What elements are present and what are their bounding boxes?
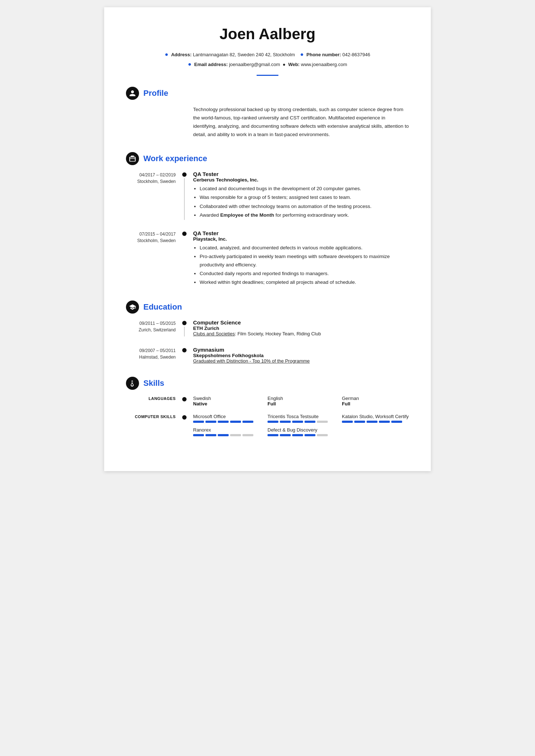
table-row: 04/2017 – 02/2019 Stockholm, Sweden QA T… [126, 171, 409, 220]
timeline-dot-col-edu2 [182, 347, 187, 364]
table-row: 09/2011 – 05/2015 Zurich, Switzerland Co… [126, 319, 409, 336]
list-item: Conducted daily reports and reported fin… [200, 270, 409, 278]
job2-location: Stockholm, Sweden [126, 237, 176, 244]
job2-content: QA Tester Playstack, Inc. Located, analy… [193, 230, 409, 287]
list-item: English Full [268, 396, 335, 406]
skill-bar [230, 421, 241, 423]
lang1-name: Swedish [193, 396, 260, 401]
skill-bar [193, 421, 204, 423]
job2-dates-location: 07/2015 – 04/2017 Stockholm, Sweden [126, 230, 182, 287]
list-item: Defect & Bug Discovery [268, 427, 335, 436]
profile-header: Profile [126, 87, 409, 100]
work-icon [126, 152, 139, 165]
education-timeline: 09/2011 – 05/2015 Zurich, Switzerland Co… [126, 319, 409, 364]
skill3-name: Katalon Studio, Worksoft Certify [342, 414, 409, 419]
person-icon [129, 90, 136, 97]
computer-skills-category: COMPUTER SKILLS [126, 414, 182, 419]
list-item: Was responsible for a group of 5 testers… [200, 193, 409, 201]
education-section: Education 09/2011 – 05/2015 Zurich, Swit… [126, 301, 409, 364]
list-item: Tricentis Tosca Testsuite [268, 414, 335, 423]
skill-bar [205, 421, 216, 423]
lang3-name: German [342, 396, 409, 401]
email-label: Email address: [194, 62, 228, 67]
job1-title: QA Tester [193, 171, 409, 177]
job2-title: QA Tester [193, 230, 409, 236]
job1-company: Cerberus Technologies, Inc. [193, 177, 409, 183]
edu1-location: Zurich, Switzerland [126, 327, 176, 333]
skill1-bars [193, 421, 260, 423]
skill-bar [379, 421, 390, 423]
skills-title: Skills [143, 379, 164, 388]
skill-bar [205, 434, 216, 436]
dot-phone: ● [300, 51, 304, 57]
edu2-dates-location: 09/2007 – 05/2011 Halmstad, Sweden [126, 347, 182, 364]
skill3-bars [342, 421, 409, 423]
lang2-level: Full [268, 401, 335, 406]
list-item: Collaborated with other technology teams… [200, 203, 409, 211]
web-label: Web: [288, 62, 300, 67]
timeline-dot-1 [182, 172, 187, 177]
skills-icon [126, 377, 139, 390]
job1-content: QA Tester Cerberus Technologies, Inc. Lo… [193, 171, 409, 220]
list-item: Katalon Studio, Worksoft Certify [342, 414, 409, 423]
work-section: Work experience 04/2017 – 02/2019 Stockh… [126, 152, 409, 287]
edu1-degree: Computer Science [193, 319, 409, 326]
job1-location: Stockholm, Sweden [126, 178, 176, 185]
skill-bar [268, 434, 278, 436]
timeline-dot-col-1 [182, 171, 187, 220]
lang1-level: Native [193, 401, 260, 406]
skill-bar [305, 421, 315, 423]
skill-bar [218, 434, 229, 436]
address-value: Lantmannagatan 82, Sweden 240 42, Stockh… [193, 52, 295, 57]
briefcase-icon [129, 155, 136, 162]
list-item: Ranorex [193, 427, 260, 436]
skill2-bars [268, 421, 335, 423]
languages-category: LANGUAGES [126, 396, 182, 401]
resume-container: Joen Aalberg ● Address: Lantmannagatan 8… [104, 7, 431, 471]
table-row: 07/2015 – 04/2017 Stockholm, Sweden QA T… [126, 230, 409, 287]
table-row: 09/2007 – 05/2011 Halmstad, Sweden Gymna… [126, 347, 409, 364]
timeline-dot-2 [182, 232, 187, 236]
computer-skills-items: Microsoft Office Tricentis Tosca Testsui… [193, 414, 409, 436]
list-item: Located and documented bugs in the devel… [200, 185, 409, 193]
edu1-note-suffix: : Film Society, Hockey Team, Riding Club [235, 331, 321, 336]
skill4-name: Ranorex [193, 427, 260, 433]
computer-skills-grid: Microsoft Office Tricentis Tosca Testsui… [193, 414, 409, 436]
web-value: www.joenaalberg.com [301, 62, 347, 67]
work-header: Work experience [126, 152, 409, 165]
timeline-dot-col-edu1 [182, 319, 187, 336]
edu1-content: Computer Science ETH Zurich Clubs and So… [193, 319, 409, 336]
profile-text: Technology professional backed up by str… [193, 106, 409, 139]
skills-section: Skills LANGUAGES Swedish Native English … [126, 377, 409, 436]
dot-email: ● [188, 61, 192, 67]
timeline-dot-edu2 [182, 348, 187, 352]
lang3-level: Full [342, 401, 409, 406]
timeline-dot-col-2 [182, 230, 187, 287]
lang2-name: English [268, 396, 335, 401]
profile-section: Profile Technology professional backed u… [126, 87, 409, 139]
flask-icon [129, 380, 136, 387]
education-title: Education [143, 302, 182, 312]
edu2-note: Graduated with Distinction - Top 10% of … [193, 358, 409, 364]
header-divider [257, 75, 278, 76]
timeline-line-edu1 [184, 327, 185, 336]
skill-bar [242, 421, 253, 423]
skill-bar [218, 421, 229, 423]
skill4-bars [193, 434, 260, 436]
edu1-institution: ETH Zurich [193, 326, 409, 331]
timeline-dot-edu1 [182, 321, 187, 325]
skills-dot-comp [182, 415, 187, 420]
list-item: Awarded Employee of the Month for perfor… [200, 211, 409, 219]
job2-bullets: Located, analyzed, and documented defect… [193, 244, 409, 286]
job1-dates-location: 04/2017 – 02/2019 Stockholm, Sweden [126, 171, 182, 220]
graduation-icon [129, 303, 136, 311]
skill-bar [230, 434, 241, 436]
skill5-bars [268, 434, 335, 436]
skill-bar [305, 434, 315, 436]
skill-bar [280, 421, 291, 423]
edu2-dates: 09/2007 – 05/2011 [126, 347, 176, 354]
skill-bar [342, 421, 353, 423]
skill2-name: Tricentis Tosca Testsuite [268, 414, 335, 419]
education-header: Education [126, 301, 409, 314]
edu2-institution: Skeppsholmens Folkhogskola [193, 353, 409, 358]
